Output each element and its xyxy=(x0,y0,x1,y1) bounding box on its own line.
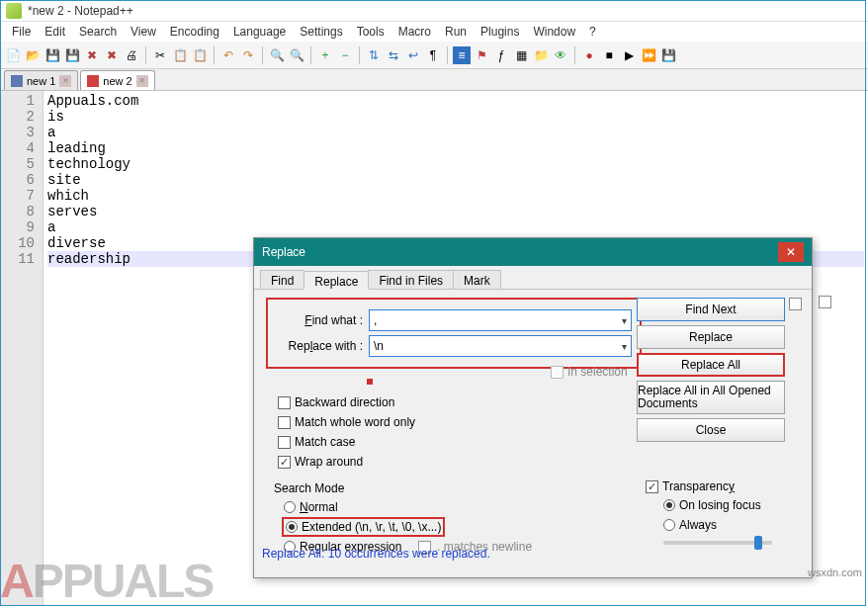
redo-icon[interactable]: ↷ xyxy=(239,46,257,64)
radio-onfocus[interactable] xyxy=(663,499,675,511)
dialog-title-bar[interactable]: Replace ✕ xyxy=(254,238,812,266)
transparency-label: Transparency xyxy=(662,479,735,493)
savemacro-icon[interactable]: 💾 xyxy=(659,46,677,64)
play-icon[interactable]: ▶ xyxy=(620,46,638,64)
sync2-icon[interactable]: ⇆ xyxy=(385,46,402,64)
find-what-input[interactable]: , ▾ xyxy=(369,309,632,331)
checkbox[interactable] xyxy=(278,396,291,409)
tab-label: new 2 xyxy=(103,75,131,87)
watermark-site: wsxdn.com xyxy=(808,566,862,578)
checkbox xyxy=(551,366,564,379)
onfocus-label: On losing focus xyxy=(679,498,761,512)
match-case-label: Match case xyxy=(295,435,355,449)
chevron-down-icon[interactable]: ▾ xyxy=(622,315,627,326)
line-gutter: 123 456 789 1011 xyxy=(0,91,43,606)
watermark-logo: APPUALS xyxy=(0,554,213,608)
find-icon[interactable]: 🔍 xyxy=(268,46,286,64)
transparency-slider[interactable] xyxy=(663,541,772,545)
checkbox[interactable] xyxy=(278,416,291,429)
record-icon[interactable]: ● xyxy=(580,46,598,64)
radio-always[interactable] xyxy=(663,519,675,531)
tab-findinfiles[interactable]: Find in Files xyxy=(368,270,454,289)
close-icon[interactable]: ✖ xyxy=(83,46,101,64)
folder-icon[interactable]: 📁 xyxy=(532,46,550,64)
code-line: serves xyxy=(47,204,864,219)
replace-icon[interactable]: 🔍 xyxy=(288,46,305,64)
file-icon xyxy=(87,75,99,87)
chevron-down-icon[interactable]: ▾ xyxy=(622,341,627,352)
checkbox[interactable]: ✓ xyxy=(646,480,658,493)
red-marker-icon xyxy=(367,379,373,385)
window-title: *new 2 - Notepad++ xyxy=(28,4,133,18)
map-icon[interactable]: ▦ xyxy=(512,46,530,64)
replace-all-button[interactable]: Replace All xyxy=(637,353,785,377)
always-label: Always xyxy=(679,518,717,532)
zoomin-icon[interactable]: + xyxy=(316,46,334,64)
radio-normal-label: Normal xyxy=(300,500,338,514)
toolbar: 📄 📂 💾 💾 ✖ ✖ 🖨 ✂ 📋 📋 ↶ ↷ 🔍 🔍 + − ⇅ ⇆ ↩ ¶ … xyxy=(0,42,868,69)
indent-icon[interactable]: ≡ xyxy=(453,46,471,64)
in-selection-check: In selection xyxy=(551,365,628,379)
menu-help[interactable]: ? xyxy=(583,23,602,41)
checkbox[interactable]: ✓ xyxy=(278,456,291,469)
close-tab-icon[interactable]: × xyxy=(59,75,71,87)
find-next-checkbox[interactable] xyxy=(789,298,802,310)
code-line: which xyxy=(47,188,864,204)
func-icon[interactable]: ƒ xyxy=(492,46,510,64)
tab-replace[interactable]: Replace xyxy=(304,271,369,290)
sync-icon[interactable]: ⇅ xyxy=(365,46,383,64)
close-button[interactable]: Close xyxy=(637,418,785,442)
undo-icon[interactable]: ↶ xyxy=(219,46,237,64)
menu-tools[interactable]: Tools xyxy=(351,23,391,41)
lang-icon[interactable]: ⚑ xyxy=(473,46,490,64)
replace-button[interactable]: Replace xyxy=(637,325,785,349)
playmulti-icon[interactable]: ⏩ xyxy=(640,46,657,64)
find-next-button[interactable]: Find Next xyxy=(637,298,785,321)
menu-view[interactable]: View xyxy=(125,23,162,41)
replace-with-input[interactable]: \n ▾ xyxy=(369,335,632,357)
menu-settings[interactable]: Settings xyxy=(294,23,348,41)
saveall-icon[interactable]: 💾 xyxy=(63,46,81,64)
monitor-icon[interactable]: 👁 xyxy=(552,46,569,64)
paste-icon[interactable]: 📋 xyxy=(191,46,209,64)
title-bar: *new 2 - Notepad++ xyxy=(0,0,868,22)
menu-plugins[interactable]: Plugins xyxy=(475,23,525,41)
backward-label: Backward direction xyxy=(295,395,394,409)
slider-thumb[interactable] xyxy=(754,536,762,550)
wrap-icon[interactable]: ↩ xyxy=(404,46,422,64)
tab-new2[interactable]: new 2 × xyxy=(80,70,154,90)
print-icon[interactable]: 🖨 xyxy=(123,46,140,64)
replace-with-label: Replace with : xyxy=(276,339,369,353)
tab-mark[interactable]: Mark xyxy=(453,270,501,289)
tab-new1[interactable]: new 1 × xyxy=(4,70,78,90)
radio-normal[interactable] xyxy=(284,501,296,513)
cut-icon[interactable]: ✂ xyxy=(151,46,169,64)
menu-language[interactable]: Language xyxy=(227,23,292,41)
open-icon[interactable]: 📂 xyxy=(24,46,42,64)
dialog-title: Replace xyxy=(262,245,305,259)
whole-word-label: Match whole word only xyxy=(295,415,415,429)
checkbox[interactable] xyxy=(278,436,291,449)
zoomout-icon[interactable]: − xyxy=(336,46,354,64)
pin-checkbox[interactable] xyxy=(819,296,831,308)
menu-search[interactable]: Search xyxy=(73,23,123,41)
new-icon[interactable]: 📄 xyxy=(4,46,22,64)
save-icon[interactable]: 💾 xyxy=(43,46,61,64)
close-tab-icon[interactable]: × xyxy=(136,75,148,87)
code-line: leading xyxy=(47,140,864,156)
dialog-close-button[interactable]: ✕ xyxy=(778,242,804,262)
menu-macro[interactable]: Macro xyxy=(392,23,437,41)
allchars-icon[interactable]: ¶ xyxy=(424,46,442,64)
copy-icon[interactable]: 📋 xyxy=(171,46,189,64)
closeall-icon[interactable]: ✖ xyxy=(103,46,121,64)
stop-icon[interactable]: ■ xyxy=(600,46,618,64)
tab-find[interactable]: Find xyxy=(260,270,304,289)
menu-file[interactable]: File xyxy=(6,23,37,41)
menu-edit[interactable]: Edit xyxy=(39,23,71,41)
replace-all-opened-button[interactable]: Replace All in All Opened Documents xyxy=(637,381,785,414)
menu-encoding[interactable]: Encoding xyxy=(164,23,225,41)
code-line: is xyxy=(47,109,864,125)
menu-window[interactable]: Window xyxy=(527,23,581,41)
radio-extended[interactable] xyxy=(286,521,298,533)
menu-run[interactable]: Run xyxy=(439,23,473,41)
